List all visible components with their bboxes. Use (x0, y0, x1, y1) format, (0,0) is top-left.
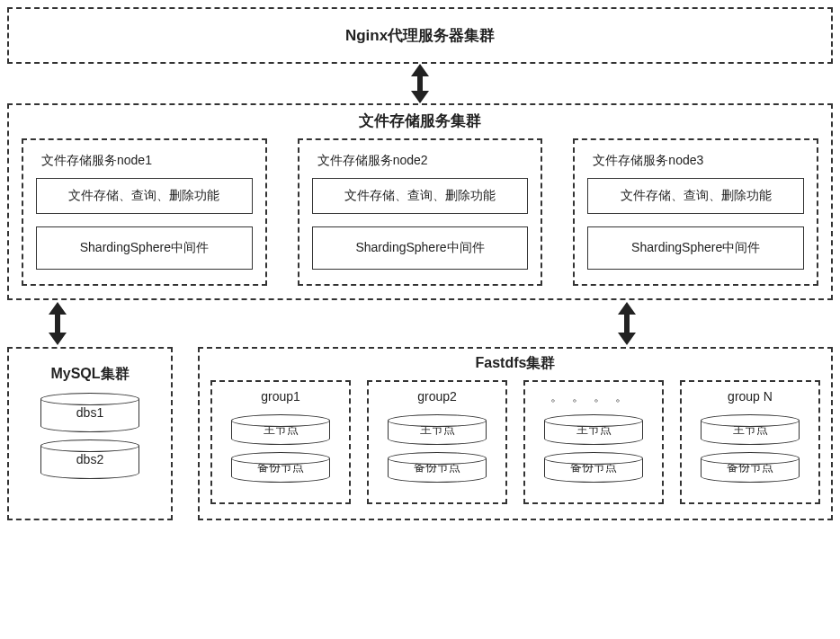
file-service-node: 文件存储服务node1文件存储、查询、删除功能ShardingSphere中间件 (22, 138, 267, 286)
fastdfs-backup-cylinder: 备份节点 (544, 452, 643, 483)
file-service-node: 文件存储服务node2文件存储、查询、删除功能ShardingSphere中间件 (298, 138, 543, 286)
fastdfs-backup-cylinder: 备份节点 (388, 452, 487, 483)
file-node-middleware: ShardingSphere中间件 (587, 226, 804, 270)
fastdfs-cluster-title: Fastdfs集群 (210, 354, 820, 373)
cylinder-label: dbs2 (76, 449, 103, 469)
file-node-middleware: ShardingSphere中间件 (36, 226, 253, 270)
file-node-title: 文件存储服务node3 (587, 151, 804, 178)
nginx-cluster-box: Nginx代理服务器集群 (7, 7, 833, 64)
fastdfs-backup-cylinder: 备份节点 (701, 452, 800, 483)
arrow-filecluster-mysql (7, 300, 108, 347)
fastdfs-master-cylinder: 主节点 (231, 414, 330, 445)
file-node-middleware: ShardingSphere中间件 (312, 226, 529, 270)
fastdfs-group: group1主节点备份节点 (210, 380, 351, 504)
mysql-cluster-title: MySQL集群 (18, 365, 162, 384)
mysql-db-cylinder: dbs1 (40, 393, 139, 432)
fastdfs-cluster-box: Fastdfs集群 group1主节点备份节点group2主节点备份节点。。。。… (198, 347, 833, 520)
mysql-cluster-box: MySQL集群 dbs1dbs2 (7, 347, 173, 520)
file-cluster-title: 文件存储服务集群 (22, 111, 818, 131)
fastdfs-master-cylinder: 主节点 (701, 414, 800, 445)
file-node-title: 文件存储服务node2 (312, 151, 529, 178)
fastdfs-group: 。。。。主节点备份节点 (523, 380, 664, 504)
mysql-db-cylinder: dbs2 (40, 439, 139, 479)
svg-marker-0 (411, 64, 429, 103)
file-service-node: 文件存储服务node3文件存储、查询、删除功能ShardingSphere中间件 (573, 138, 818, 286)
cylinder-label: dbs1 (76, 403, 103, 422)
nginx-cluster-title: Nginx代理服务器集群 (9, 25, 831, 46)
file-cluster-box: 文件存储服务集群 文件存储服务node1文件存储、查询、删除功能Sharding… (7, 103, 833, 300)
file-node-function: 文件存储、查询、删除功能 (312, 178, 529, 214)
svg-marker-1 (49, 302, 67, 345)
file-node-title: 文件存储服务node1 (36, 151, 253, 178)
file-node-function: 文件存储、查询、删除功能 (587, 178, 804, 214)
fastdfs-master-cylinder: 主节点 (388, 414, 487, 445)
fastdfs-group-title: group N (689, 389, 811, 407)
fastdfs-group-title: group1 (219, 389, 342, 407)
fastdfs-backup-cylinder: 备份节点 (231, 452, 330, 483)
file-node-function: 文件存储、查询、删除功能 (36, 178, 253, 214)
fastdfs-master-cylinder: 主节点 (544, 414, 643, 445)
fastdfs-group-ellipsis: 。。。。 (532, 389, 655, 407)
fastdfs-group: group2主节点备份节点 (367, 380, 507, 504)
arrow-nginx-filecluster (7, 64, 833, 103)
fastdfs-group-title: group2 (376, 389, 498, 407)
fastdfs-group: group N主节点备份节点 (680, 380, 820, 504)
arrow-filecluster-fastdfs (420, 300, 833, 347)
svg-marker-2 (618, 302, 636, 345)
